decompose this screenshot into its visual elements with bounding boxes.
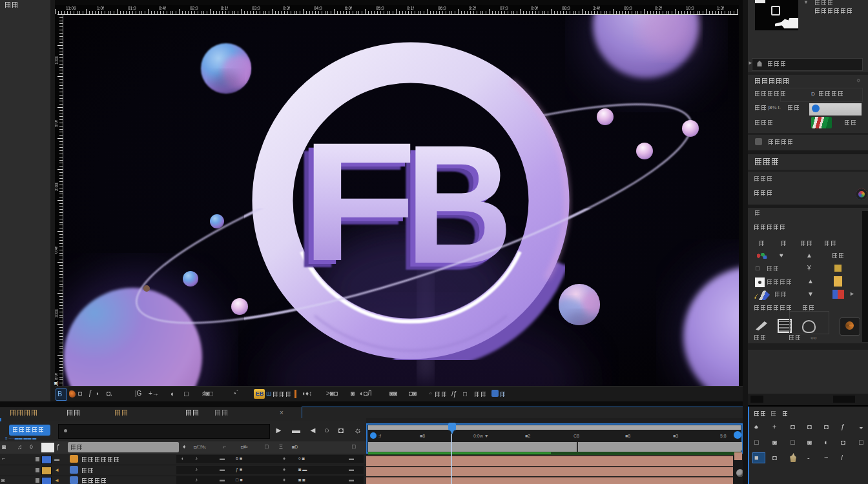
svg-text:B: B <box>406 110 513 299</box>
svg-text:F: F <box>301 107 417 296</box>
